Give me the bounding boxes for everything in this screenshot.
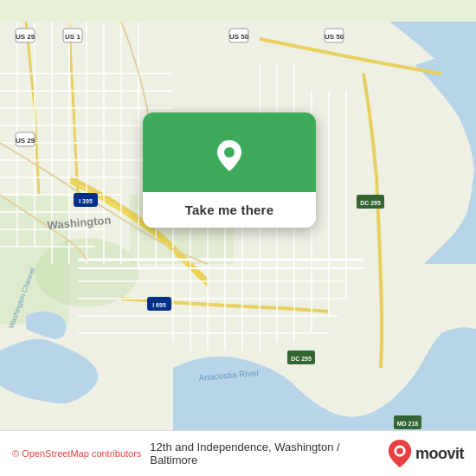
svg-point-68 — [396, 447, 403, 454]
bottom-bar: © OpenStreetMap contributors 12th and In… — [0, 430, 476, 476]
svg-text:I 395: I 395 — [79, 198, 93, 204]
svg-text:I 695: I 695 — [152, 302, 166, 308]
location-label: 12th and Independence, Washington / Balt… — [150, 441, 379, 466]
svg-text:MD 218: MD 218 — [397, 421, 419, 427]
attribution-prefix: © — [12, 448, 22, 459]
map-container: US 29 US 1 US 50 US 50 I 395 I 695 DC 29… — [0, 0, 476, 476]
take-me-there-button[interactable]: Take me there — [143, 192, 316, 228]
map-background: US 29 US 1 US 50 US 50 I 395 I 695 DC 29… — [0, 0, 476, 476]
svg-point-66 — [224, 147, 235, 158]
popup-top-area — [143, 113, 316, 192]
location-pin-icon — [207, 132, 252, 177]
attribution-link[interactable]: OpenStreetMap contributors — [22, 448, 141, 459]
attribution: © OpenStreetMap contributors — [12, 448, 141, 459]
svg-text:US 29: US 29 — [16, 137, 35, 145]
svg-text:US 29: US 29 — [16, 33, 35, 41]
svg-text:DC 295: DC 295 — [291, 356, 312, 362]
moovit-logo: moovit — [388, 440, 464, 467]
svg-text:DC 295: DC 295 — [360, 200, 381, 206]
svg-text:US 50: US 50 — [229, 33, 249, 41]
svg-text:US 50: US 50 — [325, 33, 344, 41]
moovit-brand-text: moovit — [415, 445, 464, 463]
svg-text:US 1: US 1 — [65, 33, 80, 41]
popup-card: Take me there — [143, 113, 316, 228]
moovit-pin-icon — [388, 440, 412, 467]
